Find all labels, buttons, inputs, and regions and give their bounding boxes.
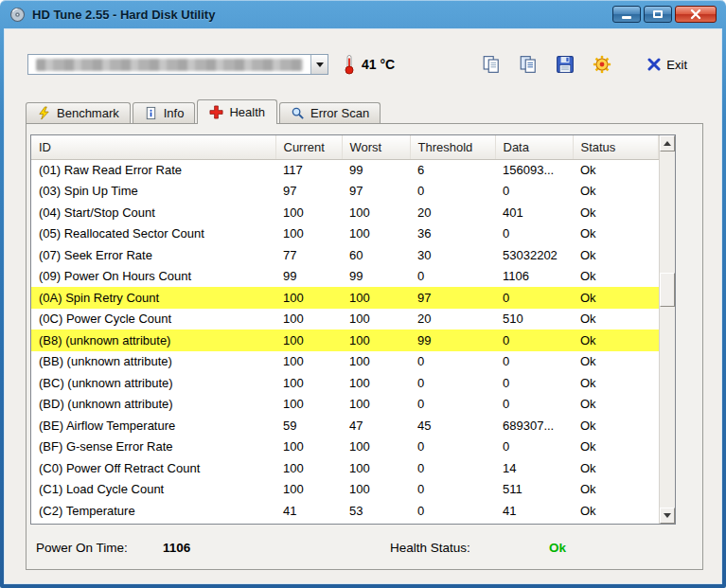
close-button[interactable]	[675, 6, 717, 23]
cell-current: 100	[275, 202, 342, 223]
cell-current: 100	[275, 287, 342, 309]
thermometer-icon	[344, 54, 355, 75]
settings-button[interactable]	[592, 54, 612, 75]
table-row[interactable]: (03) Spin Up Time979700Ok	[31, 181, 659, 203]
cell-data: 0	[495, 181, 573, 203]
table-row[interactable]: (C1) Load Cycle Count1001000511Ok	[31, 479, 659, 501]
cell-worst: 99	[342, 266, 410, 288]
cell-current: 100	[275, 394, 342, 416]
tab-error-scan[interactable]: Error Scan	[279, 102, 381, 123]
column-header-data[interactable]: Data	[495, 135, 573, 159]
cell-status: Ok	[573, 181, 659, 203]
health-status-label: Health Status:	[390, 541, 470, 555]
tab-health-label: Health	[229, 105, 265, 119]
table-row[interactable]: (BE) Airflow Temperature594745689307...O…	[31, 415, 659, 437]
cell-data: 0	[495, 223, 573, 245]
table-row[interactable]: (BF) G-sense Error Rate10010000Ok	[31, 437, 659, 458]
save-button[interactable]	[555, 54, 575, 75]
cell-threshold: 0	[410, 479, 495, 501]
cell-threshold: 99	[410, 330, 495, 351]
cell-threshold: 20	[410, 202, 495, 223]
cell-threshold: 45	[410, 415, 495, 437]
table-row[interactable]: (B8) (unknown attribute)100100990Ok	[31, 330, 659, 351]
table-row[interactable]: (C2) Temperature4153041Ok	[31, 500, 659, 522]
table-row[interactable]: (0A) Spin Retry Count100100970Ok	[31, 287, 659, 309]
cell-threshold: 97	[410, 287, 495, 309]
column-header-current[interactable]: Current	[275, 135, 342, 159]
cell-status: Ok	[573, 223, 659, 245]
scrollbar-thumb[interactable]	[660, 273, 675, 307]
titlebar[interactable]: HD Tune 2.55 - Hard Disk Utility	[4, 0, 722, 28]
tab-benchmark[interactable]: Benchmark	[26, 102, 131, 123]
magnifier-icon	[291, 106, 305, 120]
drive-select-dropdown-button[interactable]	[310, 55, 328, 74]
cell-data: 14	[495, 457, 573, 479]
tab-error-scan-label: Error Scan	[310, 106, 369, 120]
exit-x-icon	[647, 58, 661, 71]
tab-health[interactable]: Health	[197, 99, 277, 124]
table-row[interactable]: (BC) (unknown attribute)10010000Ok	[31, 372, 659, 394]
close-icon	[690, 9, 701, 20]
cell-data: 511	[495, 479, 573, 501]
exit-button[interactable]: Exit	[647, 58, 687, 72]
table-row[interactable]: (01) Raw Read Error Rate117996156093...O…	[31, 159, 659, 181]
cell-current: 100	[275, 437, 342, 458]
table-row[interactable]: (09) Power On Hours Count999901106Ok	[31, 266, 659, 288]
cell-worst: 100	[342, 223, 410, 245]
cell-worst: 99	[342, 159, 410, 181]
drive-select[interactable]	[27, 54, 328, 75]
cell-id: (BB) (unknown attribute)	[31, 351, 275, 373]
cell-current: 117	[275, 159, 342, 181]
minimize-icon	[622, 16, 631, 19]
cell-status: Ok	[573, 394, 659, 416]
scroll-up-icon	[664, 141, 671, 146]
cell-status: Ok	[573, 244, 659, 266]
cell-threshold: 36	[410, 223, 495, 245]
table-row[interactable]: (07) Seek Error Rate77603053032202Ok	[31, 244, 659, 266]
column-header-worst[interactable]: Worst	[342, 135, 410, 159]
table-row[interactable]: (BB) (unknown attribute)10010000Ok	[31, 351, 659, 373]
cell-current: 99	[275, 266, 342, 288]
column-header-id[interactable]: ID	[31, 135, 275, 159]
column-header-threshold[interactable]: Threshold	[410, 135, 495, 159]
toolbar: 41 °C	[5, 29, 721, 75]
table-row[interactable]: (C0) Power Off Retract Count100100014Ok	[31, 457, 659, 479]
cell-id: (05) Reallocated Sector Count	[31, 223, 275, 245]
cell-id: (C0) Power Off Retract Count	[31, 457, 275, 479]
table-row[interactable]: (04) Start/Stop Count10010020401Ok	[31, 202, 659, 223]
cell-id: (0A) Spin Retry Count	[31, 287, 275, 309]
scroll-down-button[interactable]	[660, 508, 675, 524]
power-on-time-label: Power On Time:	[36, 541, 128, 555]
cell-data: 0	[495, 330, 573, 351]
vertical-scrollbar[interactable]	[659, 135, 675, 524]
table-row[interactable]: (BD) (unknown attribute)10010000Ok	[31, 394, 659, 416]
cell-data: 0	[495, 351, 573, 373]
smart-table-area: IDCurrentWorstThresholdDataStatus (01) R…	[31, 135, 659, 524]
copy-text-icon	[519, 55, 538, 74]
copy-text-button[interactable]	[518, 54, 539, 75]
copy-screenshot-button[interactable]	[481, 54, 502, 75]
tab-info[interactable]: Info	[133, 102, 196, 123]
cell-status: Ok	[573, 202, 659, 223]
table-row[interactable]: (0C) Power Cycle Count10010020510Ok	[31, 309, 659, 330]
cell-id: (09) Power On Hours Count	[31, 266, 275, 288]
table-row[interactable]: (05) Reallocated Sector Count100100360Ok	[31, 223, 659, 245]
cell-threshold: 0	[410, 372, 495, 394]
cell-status: Ok	[573, 437, 659, 458]
hd-tune-window: HD Tune 2.55 - Hard Disk Utility	[0, 0, 726, 588]
cell-status: Ok	[573, 372, 659, 394]
scroll-down-icon	[664, 513, 671, 518]
cell-current: 100	[275, 351, 342, 373]
scroll-up-button[interactable]	[660, 135, 675, 151]
copy-icon	[482, 55, 501, 74]
health-cross-icon	[209, 105, 223, 119]
maximize-button[interactable]	[644, 6, 672, 23]
cell-status: Ok	[573, 351, 659, 373]
cell-id: (04) Start/Stop Count	[31, 202, 275, 223]
minimize-button[interactable]	[612, 6, 641, 23]
cell-id: (C2) Temperature	[31, 500, 275, 522]
column-header-status[interactable]: Status	[573, 135, 659, 159]
gear-icon	[593, 55, 611, 74]
app-icon	[9, 7, 26, 23]
lightning-icon	[37, 106, 51, 120]
